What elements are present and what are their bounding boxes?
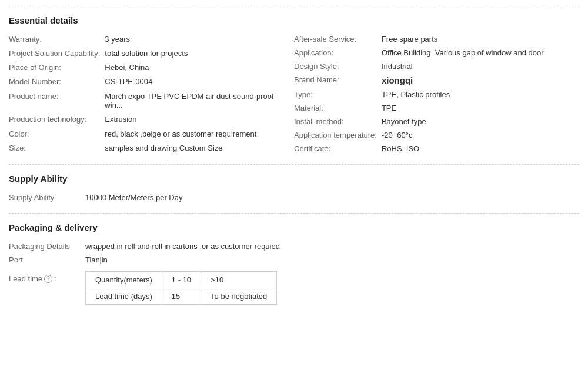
detail-row: After-sale Service: Free spare parts (294, 32, 579, 46)
detail-row: Production technology: Extrusion (9, 112, 294, 127)
detail-label: Product name: (9, 89, 105, 113)
detail-label: Warranty: (9, 32, 105, 46)
lead-time-table: Quantity(meters)1 - 10>10Lead time (days… (85, 271, 277, 305)
detail-row: Place of Origin: Hebei, China (9, 61, 294, 75)
essential-left: Warranty: 3 years Project Solution Capab… (9, 32, 294, 155)
detail-label: After-sale Service: (294, 32, 382, 46)
essential-section: Essential details Warranty: 3 years Proj… (9, 6, 579, 161)
packaging-row: Packaging Details wrapped in roll and ro… (9, 240, 579, 253)
detail-label: Install method: (294, 115, 382, 128)
detail-row: Design Style: Industrial (294, 59, 579, 73)
supply-value: 10000 Meter/Meters per Day (85, 193, 182, 202)
detail-label: Brand Name: (294, 73, 382, 88)
detail-row: Model Number: CS-TPE-0004 (9, 75, 294, 89)
packaging-value: wrapped in roll and roll in cartons ,or … (85, 242, 280, 251)
lead-time-data-cell: 15 (162, 288, 201, 305)
detail-label: Type: (294, 88, 382, 101)
detail-value: total solution for projects (105, 46, 294, 61)
detail-value: Bayonet type (382, 115, 579, 128)
essential-right: After-sale Service: Free spare parts App… (294, 32, 579, 155)
detail-label: Model Number: (9, 75, 105, 89)
detail-value: Office Building, Various gap of window a… (382, 46, 579, 59)
detail-value: RoHS, ISO (382, 142, 579, 155)
detail-row: Brand Name: xiongqi (294, 73, 579, 88)
supply-row: Supply Ability 10000 Meter/Meters per Da… (9, 191, 579, 204)
detail-row: Application temperature: -20+60°c (294, 128, 579, 142)
supply-rows: Supply Ability 10000 Meter/Meters per Da… (9, 191, 579, 204)
supply-section: Supply Ability Supply Ability 10000 Mete… (9, 164, 579, 210)
detail-value: Free spare parts (382, 32, 579, 46)
packaging-label: Packaging Details (9, 242, 85, 251)
lead-time-container: Lead time ?: Quantity(meters)1 - 10>10Le… (9, 271, 579, 305)
lead-time-header-cell: >10 (201, 272, 277, 288)
packaging-section: Packaging & delivery Packaging Details w… (9, 213, 579, 311)
packaging-label: Port (9, 255, 85, 264)
detail-value: CS-TPE-0004 (105, 75, 294, 89)
detail-label: Color: (9, 127, 105, 141)
detail-label: Place of Origin: (9, 61, 105, 75)
detail-row: Warranty: 3 years (9, 32, 294, 46)
detail-value: TPE (382, 101, 579, 115)
detail-row: Product name: March expo TPE PVC EPDM ai… (9, 89, 294, 113)
lead-time-label: Lead time ?: (9, 271, 85, 283)
supply-label: Supply Ability (9, 193, 85, 202)
detail-value: Hebei, China (105, 61, 294, 75)
detail-value: TPE, Plastic profiles (382, 88, 579, 101)
detail-label: Application: (294, 46, 382, 59)
lead-time-help-icon[interactable]: ? (44, 275, 52, 283)
essential-title: Essential details (9, 15, 579, 25)
detail-row: Certificate: RoHS, ISO (294, 142, 579, 155)
packaging-value: Tianjin (85, 255, 108, 264)
detail-label: Certificate: (294, 142, 382, 155)
detail-value: samples and drawing Custom Size (105, 141, 294, 155)
detail-row: Project Solution Capability: total solut… (9, 46, 294, 61)
detail-label: Design Style: (294, 59, 382, 73)
lead-time-data-cell: To be negotiated (201, 288, 277, 305)
detail-row: Install method: Bayonet type (294, 115, 579, 128)
detail-label: Production technology: (9, 112, 105, 127)
detail-value: 3 years (105, 32, 294, 46)
detail-row: Application: Office Building, Various ga… (294, 46, 579, 59)
detail-label: Material: (294, 101, 382, 115)
lead-time-header-cell: 1 - 10 (162, 272, 201, 288)
essential-grid: Warranty: 3 years Project Solution Capab… (9, 32, 579, 155)
detail-row: Color: red, black ,beige or as customer … (9, 127, 294, 141)
detail-value: March expo TPE PVC EPDM air dust sound-p… (105, 89, 294, 113)
supply-title: Supply Ability (9, 174, 579, 184)
lead-time-header-cell: Quantity(meters) (86, 272, 162, 288)
lead-time-data-cell: Lead time (days) (86, 288, 162, 305)
packaging-row: Port Tianjin (9, 253, 579, 267)
detail-value: -20+60°c (382, 128, 579, 142)
detail-value: red, black ,beige or as customer require… (105, 127, 294, 141)
detail-label: Application temperature: (294, 128, 382, 142)
detail-row: Size: samples and drawing Custom Size (9, 141, 294, 155)
detail-label: Size: (9, 141, 105, 155)
detail-row: Type: TPE, Plastic profiles (294, 88, 579, 101)
detail-value: xiongqi (382, 73, 579, 88)
packaging-rows: Packaging Details wrapped in roll and ro… (9, 240, 579, 267)
detail-value: Extrusion (105, 112, 294, 127)
detail-label: Project Solution Capability: (9, 46, 105, 61)
packaging-title: Packaging & delivery (9, 222, 579, 232)
detail-row: Material: TPE (294, 101, 579, 115)
detail-value: Industrial (382, 59, 579, 73)
